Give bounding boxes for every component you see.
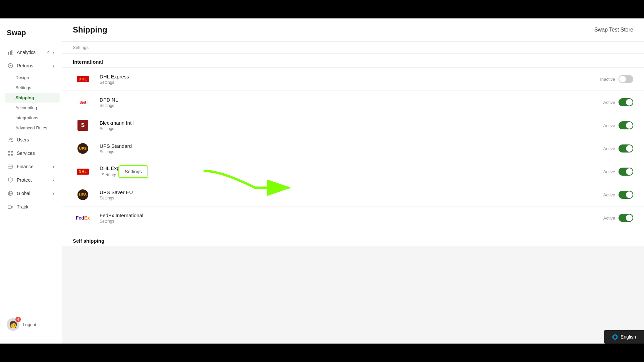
avatar-area[interactable]: 🧑 4 Logout <box>3 315 58 334</box>
carrier-name-fedex: FedEx International <box>100 213 603 218</box>
sidebar-services-label: Services <box>17 150 54 156</box>
active-label-ups-standard: Active <box>603 146 615 151</box>
svg-rect-15 <box>8 206 11 208</box>
ups-standard-logo: UPS <box>73 142 93 155</box>
carrier-info-dpd: DPD NL Settings <box>100 97 603 108</box>
sidebar-finance-label: Finance <box>17 164 49 169</box>
carrier-settings-ups-standard[interactable]: Settings <box>100 149 603 154</box>
international-header: International <box>62 54 644 67</box>
svg-rect-1 <box>10 51 11 55</box>
carrier-row-ups-standard: UPS UPS Standard Settings Active <box>62 137 644 160</box>
toggle-ups-standard[interactable] <box>619 144 633 153</box>
sidebar-item-track[interactable]: Track <box>2 200 60 213</box>
settings-tooltip[interactable]: Settings <box>119 166 148 177</box>
carrier-row-dpd-nl: dpd DPD NL Settings Active <box>62 90 644 114</box>
active-label-ups-saver: Active <box>603 192 615 197</box>
carrier-settings-dhl[interactable]: Settings <box>100 80 600 85</box>
sub-item-advanced-rules[interactable]: Advanced Rules <box>5 123 60 133</box>
sidebar-item-analytics[interactable]: Analytics ✓ ▾ <box>2 46 60 59</box>
sidebar-item-services[interactable]: Services <box>2 147 60 160</box>
logout-label[interactable]: Logout <box>23 322 36 327</box>
users-icon <box>7 137 13 143</box>
sidebar: Swap Analytics ✓ ▾ Returns <box>0 18 62 344</box>
toggle-dhl-express-2[interactable] <box>619 168 633 176</box>
carrier-row-fedex: FedEx FedEx International Settings Activ… <box>62 206 644 229</box>
sidebar-users-label: Users <box>17 137 54 142</box>
svg-rect-2 <box>11 50 12 55</box>
inactive-label-dhl: Inactive <box>600 77 615 82</box>
toggle-knob-ups-standard <box>626 145 633 152</box>
global-chevron: ▾ <box>53 192 54 195</box>
store-name: Swap Test Store <box>594 27 633 33</box>
toggle-knob-dpd <box>626 99 633 106</box>
page-title: Shipping <box>73 25 107 35</box>
carrier-row-ups-saver-eu: UPS UPS Saver EU Settings Active <box>62 183 644 206</box>
content-header: Shipping Swap Test Store <box>62 18 644 42</box>
active-label-dhl2: Active <box>603 169 615 174</box>
sidebar-item-finance[interactable]: Finance ▾ <box>2 160 60 173</box>
carrier-row-bleckmann: S Bleckmann Int'l Settings Active <box>62 114 644 137</box>
global-icon <box>7 190 13 196</box>
toggle-area-dhl2: Active <box>603 168 633 176</box>
carrier-info-dhl: DHL Express Settings <box>100 74 600 85</box>
toggle-area-dhl: Inactive <box>600 75 633 83</box>
dhl-express-2-logo: DHL <box>73 165 93 178</box>
sidebar-item-returns[interactable]: Returns ▴ <box>2 59 60 72</box>
carrier-name-dhl: DHL Express <box>100 74 600 79</box>
svg-rect-0 <box>8 52 9 55</box>
avatar-badge: 4 <box>15 317 21 322</box>
carrier-settings-bleckmann[interactable]: Settings <box>100 126 603 131</box>
app-logo: Swap <box>0 25 62 46</box>
sub-item-settings[interactable]: Settings <box>5 83 60 93</box>
carrier-settings-dpd[interactable]: Settings <box>100 103 603 108</box>
carrier-info-ups-standard: UPS Standard Settings <box>100 143 603 154</box>
finance-icon <box>7 164 13 170</box>
sub-item-design[interactable]: Design <box>5 73 60 82</box>
carrier-name-ups-saver: UPS Saver EU <box>100 189 603 195</box>
returns-chevron: ▴ <box>53 64 54 68</box>
sub-item-shipping[interactable]: Shipping <box>5 93 60 103</box>
toggle-bleckmann[interactable] <box>619 121 633 129</box>
sidebar-returns-label: Returns <box>17 63 49 68</box>
toggle-knob-bleckmann <box>626 122 633 129</box>
protect-icon <box>7 177 13 183</box>
toggle-dhl-express[interactable] <box>619 75 633 83</box>
analytics-chevron: ▾ <box>53 51 54 54</box>
sidebar-item-global[interactable]: Global ▾ <box>2 187 60 200</box>
toggle-knob-fedex <box>626 215 633 221</box>
sub-item-accounting[interactable]: Accounting <box>5 103 60 113</box>
language-bar[interactable]: 🌐 English <box>604 330 644 344</box>
svg-point-4 <box>9 138 11 140</box>
sidebar-analytics-label: Analytics <box>17 50 43 55</box>
svg-rect-10 <box>8 165 13 168</box>
carrier-info-ups-saver: UPS Saver EU Settings <box>100 189 603 200</box>
sidebar-bottom: 🧑 4 Logout <box>0 312 62 337</box>
carrier-settings-dhl2[interactable]: Settings <box>100 172 603 178</box>
carrier-settings-ups-saver[interactable]: Settings <box>100 196 603 200</box>
top-settings-label: Settings <box>73 45 89 50</box>
sidebar-track-label: Track <box>17 204 54 209</box>
toggle-knob-ups-saver <box>626 191 633 198</box>
sidebar-item-protect[interactable]: Protect ▾ <box>2 174 60 186</box>
returns-icon <box>7 63 13 69</box>
carrier-info-dhl2: DHL Express Settings <box>100 165 603 178</box>
ups-saver-eu-logo: UPS <box>73 188 93 201</box>
sidebar-item-users[interactable]: Users <box>2 133 60 146</box>
fedex-logo: FedEx <box>73 211 93 225</box>
toggle-ups-saver-eu[interactable] <box>619 191 633 199</box>
carrier-settings-fedex[interactable]: Settings <box>100 219 603 224</box>
analytics-check: ✓ <box>46 50 49 55</box>
carrier-name-bleckmann: Bleckmann Int'l <box>100 120 603 126</box>
protect-chevron: ▾ <box>53 178 54 182</box>
toggle-dpd-nl[interactable] <box>619 98 633 106</box>
carrier-info-bleckmann: Bleckmann Int'l Settings <box>100 120 603 131</box>
globe-icon: 🌐 <box>612 334 618 340</box>
sub-item-integrations[interactable]: Integrations <box>5 113 60 123</box>
toggle-area-fedex: Active <box>603 214 633 222</box>
carrier-name-ups-standard: UPS Standard <box>100 143 603 149</box>
toggle-area-ups-standard: Active <box>603 144 633 153</box>
language-label: English <box>621 334 636 340</box>
toggle-area-bleckmann: Active <box>603 121 633 129</box>
toggle-fedex[interactable] <box>619 214 633 222</box>
svg-rect-6 <box>8 151 10 153</box>
